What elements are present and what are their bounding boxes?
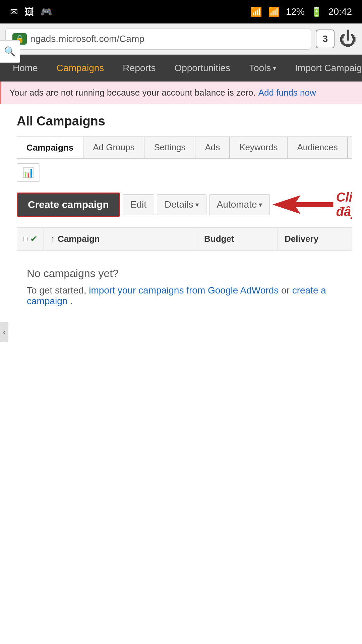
automate-arrow: ▾ [259, 201, 262, 209]
signal-icon: 📶 [268, 6, 280, 17]
tab-ads[interactable]: Ads [195, 137, 230, 158]
details-button[interactable]: Details ▾ [157, 194, 206, 215]
create-campaign-button[interactable]: Create campaign [17, 193, 120, 217]
nav-bar: Home Campaigns Reports Opportunities Too… [0, 55, 362, 82]
address-bar: 🔒 ngads.microsoft.com/Camp 3 ⏻ [0, 23, 362, 55]
empty-desc: To get started, import your campaigns fr… [27, 285, 342, 307]
url-text: ngads.microsoft.com/Camp [30, 34, 144, 44]
tab-keywords[interactable]: Keywords [230, 137, 287, 158]
left-search-icon[interactable]: 🔍 [0, 40, 20, 63]
chart-icon-row: 📊 [17, 159, 352, 182]
select-all-checkbox[interactable] [23, 237, 27, 241]
nav-item-reports[interactable]: Reports [113, 55, 165, 82]
toolbar: Create campaign Edit Details ▾ Automate … [17, 182, 352, 228]
checkmark-icon: ✔ [30, 234, 38, 244]
empty-title: No campaigns yet? [27, 267, 342, 280]
alert-message: Your ads are not running because your ac… [9, 88, 256, 98]
tools-dropdown-arrow: ▾ [273, 64, 276, 72]
tab-campaigns[interactable]: Campaigns [17, 137, 83, 159]
status-right-icons: 📶 📶 12% 🔋 20:42 [250, 6, 352, 17]
sort-arrow: ↑ [51, 234, 55, 244]
sidebar-toggle[interactable]: ‹ [0, 322, 8, 342]
time-display: 20:42 [328, 6, 352, 17]
nav-item-opportunities[interactable]: Opportunities [165, 55, 240, 82]
click-annotation-text: Click vào đây [336, 190, 352, 219]
nav-item-tools[interactable]: Tools ▾ [240, 55, 286, 82]
add-funds-link[interactable]: Add funds now [258, 88, 316, 98]
battery-icon: 🔋 [311, 6, 322, 17]
page-title: All Campaigns [17, 114, 352, 128]
tab-settings[interactable]: Settings [144, 137, 195, 158]
alert-banner: Your ads are not running because your ac… [0, 82, 362, 104]
tab-audiences[interactable]: Audiences [287, 137, 347, 158]
battery-text: 12% [286, 6, 305, 17]
nav-item-campaigns[interactable]: Campaigns [47, 55, 114, 82]
th-checkbox: ✔ [17, 228, 44, 250]
annotation-arrow-svg [273, 188, 333, 221]
tab-ad-groups[interactable]: Ad Groups [83, 137, 144, 158]
content-area: All Campaigns Campaigns Ad Groups Settin… [0, 104, 362, 323]
power-icon[interactable]: ⏻ [339, 29, 357, 49]
status-bar: ✉ 🖼 🎮 📶 📶 12% 🔋 20:42 [0, 0, 362, 23]
svg-marker-0 [273, 195, 333, 214]
game-icon: 🎮 [41, 6, 52, 17]
toolbar-row: Create campaign Edit Details ▾ Automate … [17, 188, 352, 221]
details-arrow: ▾ [195, 201, 199, 209]
tab-count-button[interactable]: 3 [316, 30, 335, 48]
wifi-icon: 📶 [250, 6, 262, 17]
edit-button[interactable]: Edit [123, 194, 154, 215]
table-header: ✔ ↑ Campaign Budget Delivery [17, 228, 352, 251]
nav-item-import-campaigns[interactable]: Import Campaigns ▾ [286, 55, 362, 82]
toolbar-section: Create campaign Edit Details ▾ Automate … [17, 182, 352, 323]
th-budget: Budget [197, 228, 278, 250]
chart-icon-button[interactable]: 📊 [17, 163, 40, 182]
email-icon: ✉ [10, 6, 18, 17]
tabs-container: Campaigns Ad Groups Settings Ads Keyword… [17, 137, 352, 159]
url-input[interactable]: 🔒 ngads.microsoft.com/Camp [5, 28, 311, 50]
th-campaign: ↑ Campaign [44, 228, 197, 250]
import-campaigns-link[interactable]: import your campaigns from Google AdWord… [89, 285, 279, 296]
tab-ad-extensions[interactable]: Ad Extensions [348, 137, 352, 158]
automate-button[interactable]: Automate ▾ [209, 194, 270, 215]
main-content: ‹ 🔍 All Campaigns Campaigns Ad Groups Se… [0, 104, 362, 323]
status-left-icons: ✉ 🖼 🎮 [10, 6, 52, 17]
image-icon: 🖼 [24, 6, 34, 17]
th-delivery: Delivery [278, 228, 352, 250]
empty-state: No campaigns yet? To get started, import… [17, 251, 352, 323]
